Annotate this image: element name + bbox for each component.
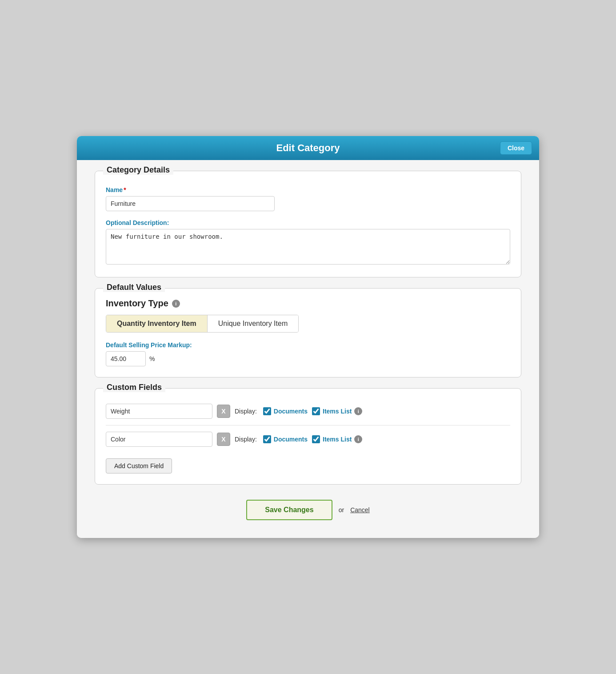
color-documents-checkbox[interactable] [263,435,271,443]
modal-header: Edit Category Close [77,136,539,160]
weight-itemslist-label[interactable]: Items List [323,408,352,415]
color-documents-label[interactable]: Documents [274,436,308,443]
color-itemslist-info-icon[interactable]: i [354,435,362,443]
color-itemslist-group: Items List i [312,435,362,443]
weight-documents-checkbox[interactable] [263,407,271,415]
category-details-legend: Category Details [103,165,173,175]
required-star: * [124,186,126,193]
custom-field-row-color: X Display: Documents Items List i [106,425,510,453]
weight-display-section: Display: Documents Items List i [235,407,510,415]
color-display-section: Display: Documents Items List i [235,435,510,443]
weight-documents-label[interactable]: Documents [274,408,308,415]
color-documents-group: Documents [263,435,308,443]
inventory-type-info-icon[interactable]: i [172,300,180,308]
custom-field-name-weight[interactable] [106,404,212,419]
modal-body: Category Details Name* Optional Descript… [77,160,539,538]
name-input[interactable] [106,196,275,211]
name-label: Name* [106,186,510,193]
color-itemslist-label[interactable]: Items List [323,436,352,443]
inventory-type-toggle: Quantity Inventory Item Unique Inventory… [106,315,299,333]
custom-fields-legend: Custom Fields [103,383,165,392]
edit-category-modal: Edit Category Close Category Details Nam… [77,136,539,538]
close-button[interactable]: Close [500,141,532,155]
color-itemslist-checkbox[interactable] [312,435,320,443]
description-label: Optional Description: [106,219,510,226]
custom-field-name-color[interactable] [106,432,212,447]
custom-field-row-weight: X Display: Documents Items List i [106,397,510,425]
weight-itemslist-group: Items List i [312,407,362,415]
cancel-button[interactable]: Cancel [350,506,370,514]
weight-documents-group: Documents [263,407,308,415]
markup-percent: % [149,355,155,362]
markup-input[interactable] [106,351,146,366]
custom-fields-section: Custom Fields X Display: Documents Items… [95,388,521,485]
unique-inventory-btn[interactable]: Unique Inventory Item [208,315,299,332]
inventory-type-heading: Inventory Type i [106,298,510,309]
remove-color-button[interactable]: X [217,433,230,446]
weight-itemslist-checkbox[interactable] [312,407,320,415]
description-textarea[interactable]: New furniture in our showroom. [106,229,510,265]
save-changes-button[interactable]: Save Changes [246,500,332,520]
markup-row: % [106,351,510,366]
add-custom-field-button[interactable]: Add Custom Field [106,458,172,473]
color-display-label: Display: [235,436,257,443]
quantity-inventory-btn[interactable]: Quantity Inventory Item [106,315,208,332]
or-text: or [339,506,344,514]
remove-weight-button[interactable]: X [217,405,230,418]
category-details-section: Category Details Name* Optional Descript… [95,171,521,277]
weight-itemslist-info-icon[interactable]: i [354,407,362,415]
modal-title: Edit Category [276,142,340,154]
footer-actions: Save Changes or Cancel [95,495,521,525]
markup-label: Default Selling Price Markup: [106,341,510,349]
default-values-section: Default Values Inventory Type i Quantity… [95,288,521,377]
weight-display-label: Display: [235,408,257,415]
default-values-legend: Default Values [103,283,165,292]
